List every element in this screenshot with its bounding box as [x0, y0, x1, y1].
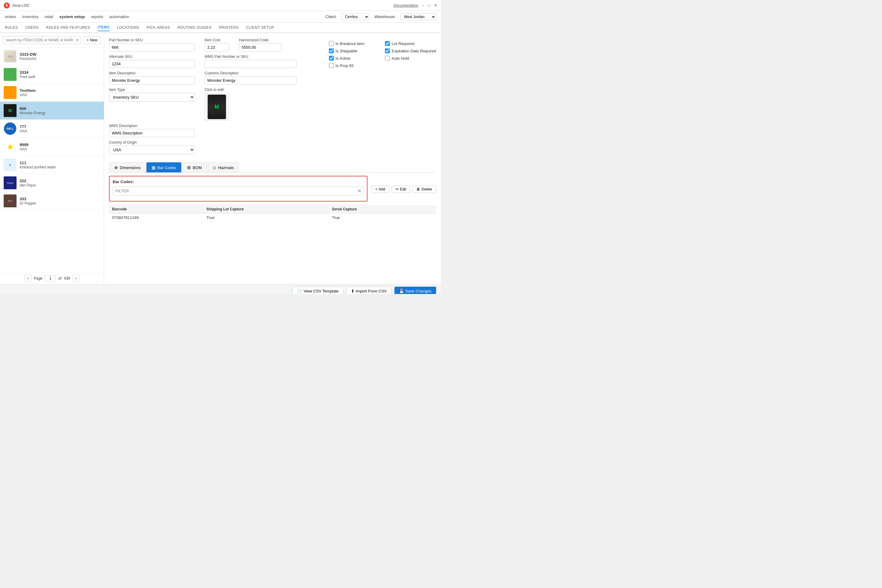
subnav-pick-areas[interactable]: PICK AREAS [147, 24, 170, 31]
customs-desc-input[interactable] [205, 76, 297, 84]
new-item-button[interactable]: + New [83, 36, 101, 44]
save-icon: 💾 [399, 289, 404, 293]
item-cost-group: Item Cost [205, 38, 229, 51]
main-content: ✕ + New img 3333-DW FreshAAA [0, 33, 441, 284]
wms-desc-input[interactable] [109, 129, 195, 137]
list-item[interactable]: ★ 9999 AAA [0, 138, 104, 156]
item-image-box[interactable]: M [205, 93, 229, 121]
harmonized-code-input[interactable] [239, 43, 282, 51]
add-label: Add [378, 187, 385, 191]
import-label: Import From CSV [356, 289, 387, 293]
resize-btn[interactable]: □ [428, 3, 430, 8]
title-bar-left: A Arca LOC [4, 3, 30, 9]
total-pages: 439 [64, 276, 70, 280]
minimize-btn[interactable]: – [422, 3, 424, 8]
item-image-section: Click to edit: M [205, 88, 229, 121]
expiration-date-checkbox[interactable] [385, 48, 390, 53]
nav-automation[interactable]: automation [110, 13, 129, 20]
harmonized-code-label: Harmonized Code [239, 38, 282, 42]
top-nav-right: Client: Cerritus Warehouse: West Jordan [326, 14, 436, 20]
list-item[interactable]: DELL 777 AAA [0, 120, 104, 138]
subnav-locations[interactable]: LOCATIONS [117, 24, 140, 31]
filter-clear-btn[interactable]: ✕ [357, 188, 362, 194]
item-info: 3333-DW FreshAAA [20, 52, 36, 61]
barcodes-icon: ▦ [152, 165, 156, 170]
app-name: Arca LOC [12, 3, 30, 8]
list-item[interactable]: M 666 Monster Energy [0, 102, 104, 120]
client-select[interactable]: Cerritus [342, 14, 369, 20]
monster-can-image: M [208, 94, 226, 119]
tab-bom[interactable]: ⊞ BOM [182, 162, 207, 172]
edit-barcode-btn[interactable]: ✏ Edit [392, 186, 410, 193]
wms-part-input[interactable] [205, 60, 297, 68]
item-info: 9999 AAA [20, 142, 28, 151]
is-breakout-checkbox[interactable] [329, 41, 334, 46]
item-code: 222 [20, 178, 36, 183]
view-csv-btn[interactable]: 📄 View CSV Template [292, 286, 343, 294]
search-input[interactable] [3, 36, 81, 44]
table-row[interactable]: 070847811169 True True [109, 213, 436, 222]
of-label: of [58, 276, 61, 280]
nav-inventory[interactable]: inventory [22, 13, 39, 20]
item-cost-input[interactable] [205, 43, 229, 51]
page-input[interactable] [45, 275, 56, 282]
next-page-btn[interactable]: › [73, 275, 80, 282]
auto-hold-checkbox[interactable] [385, 56, 390, 61]
dimensions-icon: ⊕ [114, 165, 118, 170]
list-item[interactable]: 3334 Fred asdf [0, 66, 104, 84]
import-icon: ⬆ [351, 289, 354, 293]
item-type-select[interactable]: Inventory SKU Service Non-Inventory [109, 93, 195, 102]
save-changes-btn[interactable]: 💾 Save Changes [394, 286, 436, 294]
nav-orders[interactable]: orders [5, 13, 16, 20]
item-thumbnail [4, 68, 16, 81]
is-prop65-checkbox[interactable] [329, 63, 334, 68]
is-breakout-label: Is Breakout Item [336, 41, 365, 46]
subnav-roles[interactable]: ROLES AND FEATURES [46, 24, 90, 31]
tab-barcodes[interactable]: ▦ Bar Codes [146, 162, 181, 172]
subnav-users[interactable]: USERS [26, 24, 39, 31]
harmonized-code-group: Harmonized Code [239, 38, 282, 51]
right-panel: Part Number or SKU Item Cost Harmonized … [104, 33, 441, 284]
delete-barcode-btn[interactable]: 🗑 Delete [412, 186, 436, 193]
subnav-rules[interactable]: RULES [5, 24, 18, 31]
list-item[interactable]: Pepsi 222 diet Pepsi [0, 174, 104, 192]
item-name: Dr Pepper [20, 201, 36, 206]
part-number-input[interactable] [109, 43, 195, 51]
list-item[interactable]: Dr P 333 Dr Pepper [0, 192, 104, 210]
warehouse-select[interactable]: West Jordan [400, 14, 436, 20]
filter-input[interactable] [113, 186, 364, 195]
item-name: FreshAAA [20, 57, 36, 61]
subnav-client-setup[interactable]: CLIENT SETUP [246, 24, 274, 31]
documentation-link[interactable]: Documentation [393, 3, 418, 8]
lot-required-checkbox[interactable] [385, 41, 390, 46]
subnav-printers[interactable]: PRINTERS [219, 24, 239, 31]
is-active-checkbox[interactable] [329, 56, 334, 61]
list-item[interactable]: 💧 111 Kirkland purified water [0, 156, 104, 174]
item-code: TestItem [20, 88, 36, 93]
nav-system-setup[interactable]: system setup [59, 13, 85, 20]
tab-hazmats[interactable]: ◇ Hazmats [208, 162, 239, 172]
list-item[interactable]: TestItem AAA [0, 84, 104, 102]
close-btn[interactable]: ✕ [434, 3, 437, 8]
item-desc-input[interactable] [109, 76, 195, 84]
nav-retail[interactable]: retail [45, 13, 53, 20]
import-from-csv-btn[interactable]: ⬆ Import From CSV [346, 286, 392, 294]
wms-desc-group: WMS Description [109, 124, 195, 137]
item-thumbnail: DELL [4, 122, 16, 135]
subnav-items[interactable]: ITEMS [98, 24, 110, 31]
alt-sku-input[interactable] [109, 60, 195, 68]
is-shippable-checkbox[interactable] [329, 48, 334, 53]
tab-dimensions[interactable]: ⊕ Dimensions [109, 162, 146, 172]
country-select[interactable]: USA China Mexico Canada [109, 146, 195, 154]
subnav-routing-guides[interactable]: ROUTING GUIDES [177, 24, 212, 31]
country-label: Country of Origin [109, 140, 195, 144]
prev-page-btn[interactable]: ‹ [24, 275, 31, 282]
new-button-label: New [90, 38, 98, 42]
nav-reports[interactable]: reports [91, 13, 103, 20]
list-item[interactable]: img 3333-DW FreshAAA [0, 48, 104, 66]
add-barcode-btn[interactable]: + Add [371, 186, 389, 193]
pagination: ‹ Page of 439 › [0, 272, 104, 284]
checkbox-is-shippable: Is Shippable [329, 48, 380, 53]
save-label: Save Changes [405, 289, 432, 293]
search-clear-btn[interactable]: ✕ [75, 38, 79, 43]
